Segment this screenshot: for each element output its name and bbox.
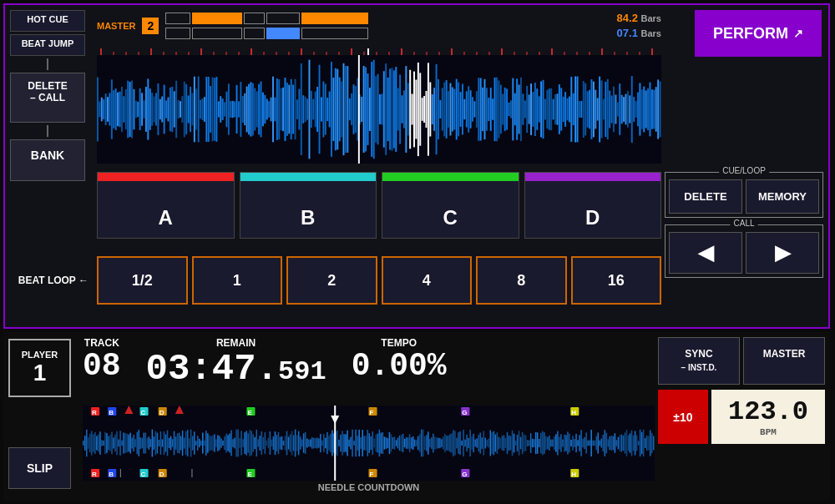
svg-rect-384 [174,431,175,456]
svg-rect-97 [195,88,197,129]
sync-button[interactable]: SYNC– INST.D. [658,337,740,385]
svg-rect-668 [651,433,653,453]
svg-rect-612 [557,431,559,456]
svg-text:G: G [462,409,467,416]
svg-rect-288 [580,101,582,118]
svg-rect-240 [484,79,486,139]
svg-rect-203 [409,70,411,149]
svg-rect-303 [611,95,613,123]
plusminus-button[interactable]: ±10 [658,390,708,444]
svg-rect-661 [640,430,641,456]
master-button[interactable]: MASTER [743,337,825,385]
svg-rect-420 [234,438,235,449]
svg-rect-576 [497,432,498,454]
svg-rect-481 [337,431,338,456]
svg-rect-138 [278,79,280,139]
svg-rect-286 [577,77,579,143]
svg-rect-629 [585,432,587,453]
svg-rect-645 [613,436,615,450]
beatloop-btn-1[interactable]: 1 [192,256,283,305]
svg-rect-559 [468,438,469,448]
beatloop-btn-half[interactable]: 1/2 [97,256,188,305]
svg-rect-508 [382,432,384,454]
svg-rect-533 [424,436,426,450]
svg-rect-532 [423,430,424,457]
svg-rect-473 [323,434,325,451]
svg-rect-334 [89,434,91,452]
svg-rect-490 [352,430,353,457]
beatloop-btn-2[interactable]: 2 [286,256,377,305]
svg-rect-141 [285,78,286,141]
svg-rect-608 [550,440,552,447]
call-next-button[interactable]: ▶ [746,232,819,274]
cue-label-a: A [159,206,173,229]
svg-rect-643 [610,436,611,450]
svg-rect-186 [375,76,377,143]
svg-rect-494 [358,430,360,456]
svg-rect-325 [655,87,657,132]
svg-rect-104 [210,86,211,133]
beatloop-btn-4[interactable]: 4 [382,256,473,305]
svg-rect-65 [131,80,133,138]
svg-rect-95 [191,93,193,126]
svg-rect-472 [321,441,323,446]
svg-rect-658 [635,431,636,456]
hot-cue-button[interactable]: HOT CUE [10,10,85,32]
track-label: TRACK [84,337,119,349]
svg-rect-259 [522,93,524,124]
svg-rect-403 [205,431,207,456]
svg-text:D: D [159,471,164,478]
svg-rect-193 [389,68,391,149]
call-buttons: ◀ ▶ [669,232,819,274]
svg-rect-601 [539,439,540,447]
svg-rect-503 [374,439,376,448]
svg-rect-64 [129,82,131,137]
cue-loop-delete-button[interactable]: DELETE [669,179,742,214]
svg-rect-556 [463,430,464,456]
perform-button[interactable]: PERFORM ↗ [695,10,822,57]
svg-rect-649 [620,435,621,451]
svg-rect-52 [105,93,107,125]
svg-rect-140 [282,88,284,131]
cue-button-a[interactable]: A [97,172,235,239]
svg-rect-260 [524,101,526,118]
svg-rect-600 [537,432,539,454]
svg-rect-341 [101,440,103,446]
svg-rect-77 [155,93,157,125]
beat-jump-button[interactable]: BEAT JUMP [10,34,85,56]
svg-rect-162 [326,98,328,121]
cue-button-b[interactable]: B [240,172,377,239]
svg-rect-105 [212,78,214,142]
slip-button[interactable]: SLIP [8,447,71,489]
svg-rect-81 [164,85,165,134]
svg-rect-394 [190,430,192,457]
svg-rect-300 [605,82,606,137]
svg-rect-630 [587,441,589,446]
svg-rect-527 [414,440,416,447]
svg-rect-488 [348,440,350,447]
svg-rect-90 [181,96,183,123]
delete-call-button[interactable]: DELETE– CALL [10,73,85,123]
svg-rect-599 [535,432,537,454]
svg-rect-455 [293,435,295,451]
svg-rect-75 [151,93,153,126]
svg-text:B: B [109,471,114,478]
cue-loop-memory-button[interactable]: MEMORY [746,179,819,214]
svg-rect-130 [262,93,264,127]
cue-button-c[interactable]: C [382,172,519,239]
bank-button[interactable]: BANK [10,139,85,181]
cue-button-d[interactable]: D [524,172,662,239]
svg-rect-208 [419,73,421,145]
svg-rect-375 [159,440,160,446]
svg-rect-586 [514,434,515,453]
svg-rect-172 [347,66,348,153]
call-prev-button[interactable]: ◀ [669,232,742,274]
svg-rect-119 [240,82,241,137]
beatloop-btn-8[interactable]: 8 [476,256,567,305]
svg-rect-116 [234,102,235,118]
svg-rect-458 [298,431,300,456]
beatloop-btn-16[interactable]: 16 [571,256,662,305]
svg-rect-118 [238,101,240,117]
svg-rect-169 [341,82,342,138]
svg-rect-339 [98,435,99,452]
